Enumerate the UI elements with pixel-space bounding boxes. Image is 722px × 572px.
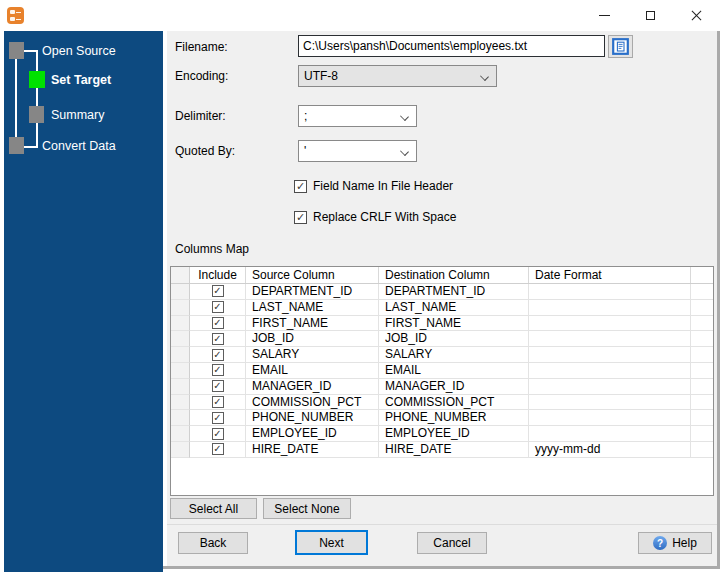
include-cell[interactable]: ✓: [190, 347, 246, 363]
include-checkbox[interactable]: ✓: [212, 380, 224, 392]
table-row[interactable]: ✓EMPLOYEE_IDEMPLOYEE_ID: [171, 426, 713, 442]
include-cell[interactable]: ✓: [190, 379, 246, 395]
row-selector-cell[interactable]: [171, 300, 190, 316]
filler-cell: [691, 300, 713, 316]
encoding-label: Encoding:: [175, 69, 228, 84]
row-selector-cell[interactable]: [171, 363, 190, 379]
include-cell[interactable]: ✓: [190, 284, 246, 300]
source-column-cell: HIRE_DATE: [246, 442, 379, 458]
encoding-select[interactable]: UTF-8: [298, 65, 497, 87]
destination-column-cell: EMAIL: [379, 363, 529, 379]
replace-crlf-checkbox-row[interactable]: ✓ Replace CRLF With Space: [294, 210, 456, 224]
chevron-down-icon: [400, 147, 409, 156]
source-column-cell: FIRST_NAME: [246, 316, 379, 332]
include-cell[interactable]: ✓: [190, 442, 246, 458]
row-selector-cell[interactable]: [171, 426, 190, 442]
step-marker-convert-data: [9, 137, 24, 154]
table-row[interactable]: ✓HIRE_DATEHIRE_DATEyyyy-mm-dd: [171, 442, 713, 458]
columns-map-table[interactable]: IncludeSource ColumnDestination ColumnDa…: [170, 266, 714, 496]
include-checkbox[interactable]: ✓: [212, 285, 224, 297]
include-checkbox[interactable]: ✓: [212, 364, 224, 376]
close-icon: [690, 9, 703, 22]
column-header[interactable]: Date Format: [529, 267, 691, 283]
help-icon: ?: [653, 536, 667, 550]
field-name-in-header-checkbox-row[interactable]: ✓ Field Name In File Header: [294, 179, 453, 193]
select-none-button[interactable]: Select None: [263, 498, 351, 519]
row-selector-cell[interactable]: [171, 284, 190, 300]
row-selector-cell[interactable]: [171, 347, 190, 363]
table-row[interactable]: ✓JOB_IDJOB_ID: [171, 331, 713, 347]
filename-input[interactable]: [298, 35, 605, 57]
back-button[interactable]: Back: [178, 532, 248, 554]
table-row[interactable]: ✓MANAGER_IDMANAGER_ID: [171, 379, 713, 395]
help-button-label: Help: [672, 536, 697, 550]
checkbox-checked-icon[interactable]: ✓: [294, 211, 307, 224]
table-row[interactable]: ✓SALARYSALARY: [171, 347, 713, 363]
include-checkbox[interactable]: ✓: [212, 301, 224, 313]
include-checkbox[interactable]: ✓: [212, 428, 224, 440]
columns-table-body: ✓DEPARTMENT_IDDEPARTMENT_ID✓LAST_NAMELAS…: [171, 284, 713, 458]
select-all-button[interactable]: Select All: [170, 498, 257, 519]
delimiter-label: Delimiter:: [175, 109, 226, 124]
include-cell[interactable]: ✓: [190, 363, 246, 379]
row-selector-cell[interactable]: [171, 442, 190, 458]
include-checkbox[interactable]: ✓: [212, 317, 224, 329]
include-checkbox[interactable]: ✓: [212, 412, 224, 424]
table-row[interactable]: ✓EMAILEMAIL: [171, 363, 713, 379]
quoted-by-select[interactable]: ': [298, 140, 417, 162]
include-cell[interactable]: ✓: [190, 410, 246, 426]
next-button[interactable]: Next: [295, 530, 368, 555]
maximize-icon: [646, 11, 655, 20]
include-cell[interactable]: ✓: [190, 395, 246, 411]
include-checkbox[interactable]: ✓: [212, 333, 224, 345]
column-header[interactable]: Include: [190, 267, 246, 283]
row-selector-cell[interactable]: [171, 395, 190, 411]
include-cell[interactable]: ✓: [190, 426, 246, 442]
table-header-row: IncludeSource ColumnDestination ColumnDa…: [171, 267, 713, 284]
column-header[interactable]: [171, 267, 190, 283]
include-cell[interactable]: ✓: [190, 316, 246, 332]
close-button[interactable]: [673, 0, 720, 31]
row-selector-cell[interactable]: [171, 316, 190, 332]
destination-column-cell: COMMISSION_PCT: [379, 395, 529, 411]
include-checkbox[interactable]: ✓: [212, 443, 224, 455]
step-convert-data: Convert Data: [42, 138, 116, 154]
column-header[interactable]: Destination Column: [379, 267, 529, 283]
column-header[interactable]: [691, 267, 713, 283]
row-selector-cell[interactable]: [171, 379, 190, 395]
source-column-cell: JOB_ID: [246, 331, 379, 347]
filler-cell: [691, 410, 713, 426]
browse-file-button[interactable]: [608, 35, 633, 58]
date-format-cell: [529, 410, 691, 426]
include-checkbox[interactable]: ✓: [212, 396, 224, 408]
table-row[interactable]: ✓COMMISSION_PCTCOMMISSION_PCT: [171, 395, 713, 411]
source-column-cell: DEPARTMENT_ID: [246, 284, 379, 300]
table-row[interactable]: ✓PHONE_NUMBERPHONE_NUMBER: [171, 410, 713, 426]
column-header[interactable]: Source Column: [246, 267, 379, 283]
date-format-cell: [529, 363, 691, 379]
delimiter-select[interactable]: ;: [298, 105, 417, 127]
checkbox-checked-icon[interactable]: ✓: [294, 180, 307, 193]
chevron-down-icon: [400, 112, 409, 121]
wizard-steps-sidebar: Open Source Set Target Summary Convert D…: [4, 31, 163, 572]
row-selector-cell[interactable]: [171, 410, 190, 426]
cancel-button[interactable]: Cancel: [417, 532, 487, 554]
destination-column-cell: HIRE_DATE: [379, 442, 529, 458]
step-marker-open-source: [9, 42, 24, 59]
table-row[interactable]: ✓DEPARTMENT_IDDEPARTMENT_ID: [171, 284, 713, 300]
file-browse-icon: [612, 38, 629, 55]
include-checkbox[interactable]: ✓: [212, 349, 224, 361]
help-button[interactable]: ? Help: [638, 532, 712, 554]
row-selector-cell[interactable]: [171, 331, 190, 347]
table-row[interactable]: ✓FIRST_NAMEFIRST_NAME: [171, 316, 713, 332]
include-cell[interactable]: ✓: [190, 300, 246, 316]
footer-divider: [167, 524, 717, 525]
filler-cell: [691, 347, 713, 363]
maximize-button[interactable]: [627, 0, 673, 31]
step-open-source: Open Source: [42, 43, 116, 59]
include-cell[interactable]: ✓: [190, 331, 246, 347]
table-row[interactable]: ✓LAST_NAMELAST_NAME: [171, 300, 713, 316]
minimize-button[interactable]: [581, 0, 627, 31]
step-set-target: Set Target: [51, 72, 111, 88]
date-format-cell: [529, 347, 691, 363]
